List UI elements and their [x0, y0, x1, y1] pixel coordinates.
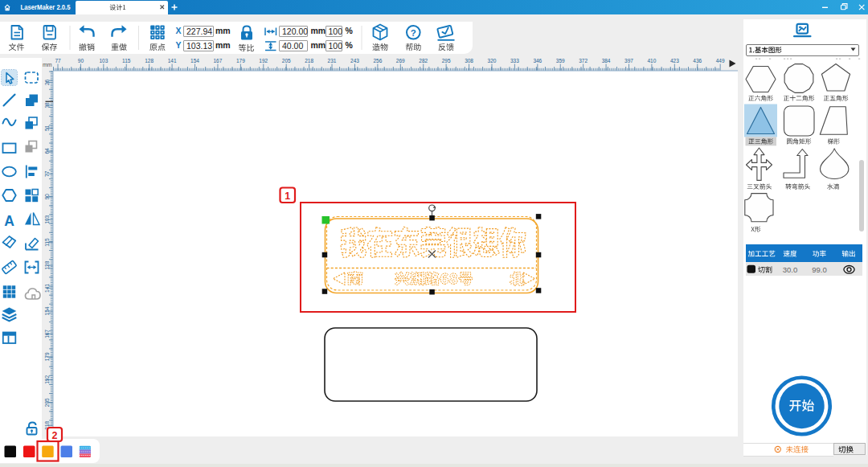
svg-text:179: 179 — [236, 58, 245, 63]
svg-text:99.0: 99.0 — [812, 265, 827, 274]
svg-text:231: 231 — [328, 58, 337, 63]
svg-text:1: 1 — [285, 190, 290, 202]
svg-text:167: 167 — [214, 58, 223, 63]
svg-text:Y: Y — [176, 40, 182, 50]
svg-text:218: 218 — [305, 58, 313, 63]
svg-text:mm: mm — [311, 26, 326, 35]
svg-text:384: 384 — [602, 58, 611, 63]
svg-text:295: 295 — [442, 58, 451, 63]
svg-text:320: 320 — [488, 58, 497, 63]
svg-text:103: 103 — [99, 58, 108, 63]
svg-text:77: 77 — [55, 58, 61, 63]
svg-text:mm: mm — [43, 62, 52, 68]
svg-text:154: 154 — [190, 58, 199, 63]
svg-text:?: ? — [411, 28, 416, 38]
svg-text:372: 372 — [579, 58, 588, 63]
svg-text:2: 2 — [52, 430, 58, 441]
svg-text:205: 205 — [282, 58, 291, 63]
svg-text:LaserMaker 2.0.5: LaserMaker 2.0.5 — [21, 4, 71, 11]
svg-text:A: A — [4, 213, 14, 229]
svg-text:256: 256 — [373, 58, 382, 63]
svg-text:423: 423 — [670, 58, 679, 63]
svg-text:243: 243 — [350, 58, 359, 63]
svg-text:397: 397 — [624, 58, 633, 63]
svg-text:90: 90 — [78, 58, 84, 63]
svg-text:128: 128 — [145, 58, 154, 63]
svg-text:mm: mm — [215, 40, 231, 50]
svg-text:333: 333 — [510, 58, 519, 63]
svg-text:192: 192 — [259, 58, 268, 63]
svg-text:mm: mm — [311, 40, 326, 50]
svg-text:mm: mm — [215, 26, 231, 35]
svg-text:436: 436 — [693, 58, 702, 63]
svg-text:410: 410 — [647, 58, 656, 63]
svg-text:%: % — [346, 26, 354, 35]
svg-text:269: 269 — [396, 58, 405, 63]
svg-text:%: % — [346, 40, 354, 50]
svg-text:359: 359 — [556, 58, 565, 63]
svg-text:308: 308 — [465, 58, 473, 63]
svg-text:X: X — [176, 26, 182, 35]
svg-text:282: 282 — [419, 58, 428, 63]
svg-text:115: 115 — [122, 58, 131, 63]
svg-text:30.0: 30.0 — [783, 265, 798, 274]
svg-text:141: 141 — [168, 58, 177, 63]
svg-text:346: 346 — [533, 58, 542, 63]
svg-text:449: 449 — [716, 58, 725, 63]
